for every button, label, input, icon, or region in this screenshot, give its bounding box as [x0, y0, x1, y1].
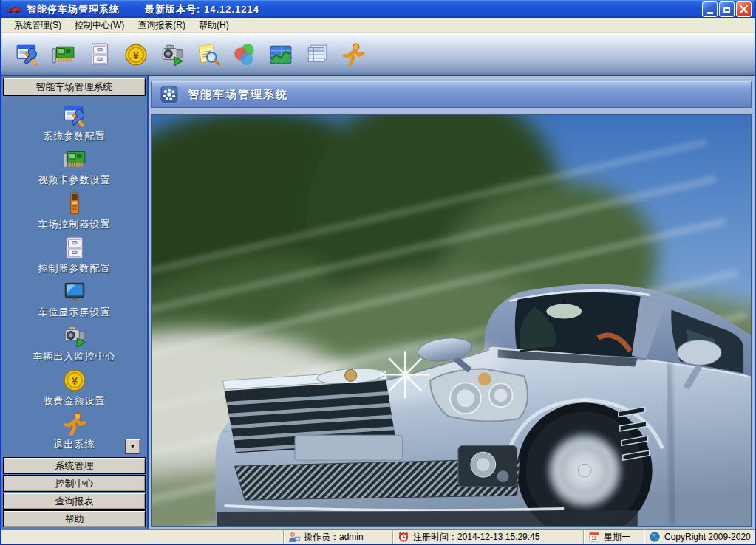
nav-fee-amount[interactable]: ¥收费金额设置: [3, 368, 146, 408]
car-photo: [152, 115, 751, 526]
sidebar-header: 智能车场管理系统: [3, 78, 146, 96]
status-bar: 操作员：admin 注册时间：2014-12-13 15:29:45 12 星期…: [1, 529, 755, 544]
app-window: 智能停车场管理系统 最新版本号: 14.12.1214 系统管理(S)控制中心(…: [0, 0, 756, 545]
running-man-icon: [341, 42, 366, 67]
nav-item-label: 车场控制器设置: [38, 218, 111, 231]
nav-item-label: 退出系统: [54, 438, 95, 451]
window-controls: [702, 1, 752, 17]
sidebar-scroll-down-button[interactable]: ▼: [125, 439, 140, 454]
main-panel: 智能车场管理系统: [149, 76, 755, 529]
system-config-icon: [62, 103, 87, 128]
video-card-icon: [62, 147, 87, 172]
statusbar-operator: 操作员：admin: [283, 530, 392, 544]
statusbar-register-time: 注册时间：2014-12-13 15:29:45: [392, 530, 583, 544]
minimize-icon: [707, 12, 713, 14]
sidebar-button-control-center[interactable]: 控制中心: [3, 475, 146, 492]
gear-dots-icon: [160, 85, 179, 104]
statusbar-spacer: [1, 530, 283, 544]
car-icon: [6, 4, 22, 15]
monitor-icon: [62, 279, 87, 304]
menu-bar: 系统管理(S)控制中心(W)查询报表(R)帮助(H): [1, 18, 755, 33]
camera-icon: [160, 42, 185, 67]
version-label: 最新版本号: 14.12.1214: [145, 3, 259, 16]
sidebar-bottom-buttons: 系统管理控制中心查询报表帮助: [3, 457, 146, 527]
minimize-button[interactable]: [702, 1, 718, 17]
search-doc-icon: [196, 42, 221, 67]
title-bar: 智能停车场管理系统 最新版本号: 14.12.1214: [1, 0, 755, 18]
main-image-area: [151, 114, 752, 527]
toolbar-grid-report-button[interactable]: [304, 42, 330, 67]
restore-icon: [723, 7, 730, 13]
nav-system-params[interactable]: 系统参数配置: [3, 103, 146, 143]
camera-icon: [62, 323, 87, 349]
menu-system-management[interactable]: 系统管理(S): [7, 18, 68, 33]
nav-item-label: 视频卡参数设置: [38, 174, 111, 187]
nav-item-label: 系统参数配置: [44, 130, 106, 143]
sidebar-button-system-management[interactable]: 系统管理: [3, 457, 146, 474]
nav-video-card-params[interactable]: 视频卡参数设置: [3, 147, 146, 187]
cabinet-icon: [87, 42, 112, 67]
statusbar-copyright: CopyRight 2009-2020: [644, 530, 755, 544]
window-title: 智能停车场管理系统: [27, 3, 120, 16]
line-chart-icon: [268, 42, 293, 67]
operator-label: 操作员：admin: [304, 531, 364, 544]
restore-button[interactable]: [719, 1, 735, 17]
alarm-clock-icon: [398, 531, 409, 543]
register-time-label: 注册时间：2014-12-13 15:29:45: [413, 531, 539, 544]
color-circles-icon: [232, 42, 257, 67]
close-button[interactable]: [736, 1, 752, 17]
sidebar-nav: 系统参数配置视频卡参数设置车场控制器设置控制器参数配置车位显示屏设置车辆出入监控…: [3, 97, 146, 457]
coin-yen-icon: ¥: [123, 42, 149, 67]
nav-monitor-center[interactable]: 车辆出入监控中心: [3, 323, 146, 363]
toolbar-statistics-button[interactable]: [232, 42, 257, 67]
toolbar-controller-params-button[interactable]: [87, 42, 112, 67]
nav-item-label: 车位显示屏设置: [38, 306, 111, 319]
content-area: 智能车场管理系统 系统参数配置视频卡参数设置车场控制器设置控制器参数配置车位显示…: [1, 76, 755, 529]
toolbar-system-config-button[interactable]: [15, 42, 40, 67]
grid-table-icon: [304, 42, 330, 67]
toolbar: ¥: [1, 33, 755, 76]
operator-icon: [288, 531, 300, 543]
main-panel-title: 智能车场管理系统: [188, 88, 288, 102]
menu-query-reports[interactable]: 查询报表(R): [131, 18, 192, 33]
menu-control-center[interactable]: 控制中心(W): [68, 18, 131, 33]
system-config-icon: [15, 42, 40, 67]
coin-yen-icon: ¥: [62, 368, 87, 393]
controller-icon: [62, 191, 87, 216]
menu-help[interactable]: 帮助(H): [192, 18, 236, 33]
sidebar-button-help[interactable]: 帮助: [3, 510, 146, 527]
globe-icon: [649, 531, 661, 543]
sidebar: 智能车场管理系统 系统参数配置视频卡参数设置车场控制器设置控制器参数配置车位显示…: [1, 76, 149, 529]
toolbar-query-button[interactable]: [196, 42, 221, 67]
nav-item-label: 收费金额设置: [44, 394, 106, 408]
video-card-icon: [51, 42, 76, 67]
svg-text:¥: ¥: [71, 374, 78, 386]
nav-lot-controller[interactable]: 车场控制器设置: [3, 191, 146, 231]
statusbar-weekday: 12 星期一: [583, 530, 644, 544]
cabinet-icon: [62, 236, 87, 261]
toolbar-video-card-button[interactable]: [51, 42, 76, 67]
svg-text:¥: ¥: [133, 49, 140, 61]
copyright-label: CopyRight 2009-2020: [664, 532, 751, 542]
running-man-icon: [62, 411, 87, 436]
nav-item-label: 车辆出入监控中心: [33, 350, 116, 363]
toolbar-monitor-center-button[interactable]: [160, 42, 185, 67]
nav-controller-params[interactable]: 控制器参数配置: [3, 236, 146, 275]
calendar-icon: 12: [588, 531, 600, 543]
nav-display-screen[interactable]: 车位显示屏设置: [3, 279, 146, 319]
main-panel-header: 智能车场管理系统: [151, 81, 752, 108]
nav-item-label: 控制器参数配置: [38, 262, 111, 275]
toolbar-chart-button[interactable]: [268, 42, 293, 67]
toolbar-exit-button[interactable]: [341, 42, 366, 67]
sidebar-button-query-reports[interactable]: 查询报表: [3, 493, 146, 510]
svg-text:12: 12: [592, 535, 597, 541]
toolbar-fee-settings-button[interactable]: ¥: [123, 42, 149, 67]
weekday-label: 星期一: [604, 531, 630, 544]
close-icon: [740, 5, 748, 13]
